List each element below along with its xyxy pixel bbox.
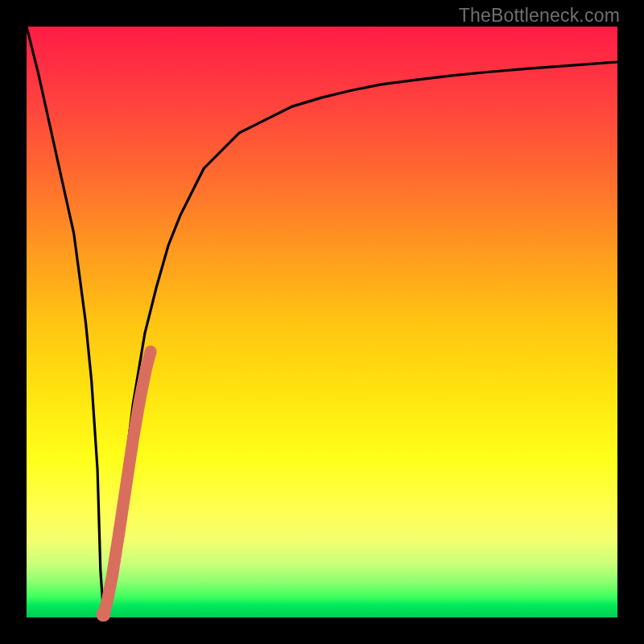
chart-frame: TheBottleneck.com — [0, 0, 644, 644]
minimum-marker — [96, 607, 110, 621]
watermark-text: TheBottleneck.com — [459, 5, 620, 27]
chart-svg — [27, 27, 617, 617]
highlight-band — [103, 352, 151, 615]
